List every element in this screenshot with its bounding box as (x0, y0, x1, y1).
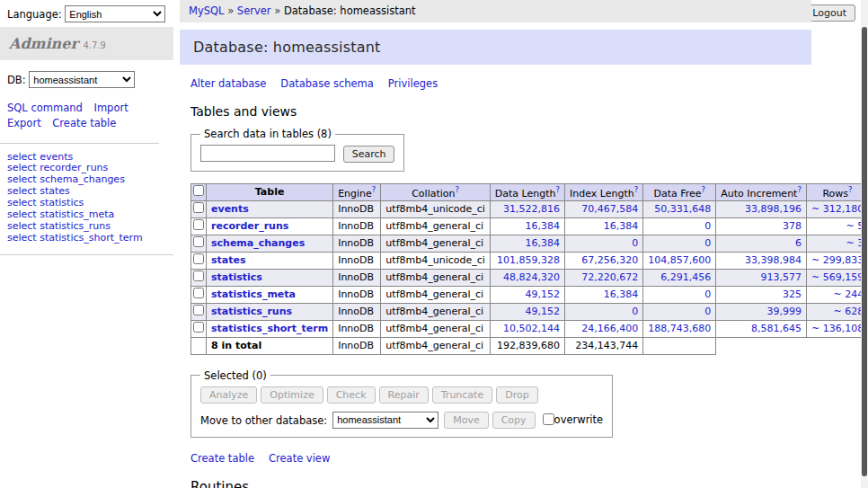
index-length-cell[interactable]: 67,256,320 (565, 252, 643, 269)
index-length-cell[interactable]: 72,220,672 (565, 269, 643, 286)
help-icon[interactable]: ? (456, 185, 460, 194)
index-length-cell[interactable]: 16,384 (565, 286, 643, 303)
row-checkbox[interactable] (193, 253, 204, 264)
adminer-logo-link[interactable]: Adminer (9, 35, 78, 52)
index-length-cell[interactable]: 0 (565, 303, 643, 320)
search-button[interactable]: Search (343, 146, 395, 163)
sidebar-link-select-statistics[interactable]: select statistics (7, 197, 84, 209)
copy-button[interactable]: Copy (492, 412, 536, 429)
row-checkbox[interactable] (193, 219, 204, 230)
help-icon[interactable]: ? (556, 185, 561, 194)
data-free-cell[interactable]: 0 (643, 235, 716, 252)
sidebar-link-select-states[interactable]: select states (7, 185, 70, 197)
table-name-link[interactable]: statistics_short_term (211, 323, 328, 334)
rows-cell[interactable]: ~ 569,159 (806, 269, 868, 286)
help-icon[interactable]: ? (702, 185, 706, 194)
row-checkbox[interactable] (193, 202, 204, 213)
search-input[interactable] (200, 145, 335, 162)
repair-button[interactable]: Repair (379, 386, 429, 404)
table-name-link[interactable]: schema_changes (211, 237, 305, 249)
row-checkbox[interactable] (193, 305, 204, 315)
check-button[interactable]: Check (327, 386, 376, 404)
row-checkbox[interactable] (193, 322, 204, 333)
data-length-cell[interactable]: 101,859,328 (490, 252, 564, 269)
sidebar-action-import[interactable]: Import (93, 102, 128, 114)
auto-increment-cell[interactable]: 913,577 (716, 269, 807, 286)
move-db-select[interactable]: homeassistant (332, 412, 438, 429)
data-length-cell[interactable]: 31,522,816 (490, 200, 564, 217)
data-free-cell[interactable]: 50,331,648 (643, 200, 716, 217)
create-table-link[interactable]: Create table (190, 452, 254, 465)
auto-increment-cell[interactable]: 378 (716, 217, 807, 235)
index-length-cell[interactable]: 24,166,400 (565, 320, 643, 337)
drop-button[interactable]: Drop (496, 386, 537, 404)
data-free-cell[interactable]: 188,743,680 (643, 320, 716, 337)
auto-increment-cell[interactable]: 8,581,645 (716, 320, 807, 337)
auto-increment-cell[interactable]: 33,898,196 (716, 200, 807, 217)
language-select[interactable]: English (65, 5, 165, 22)
truncate-button[interactable]: Truncate (432, 386, 492, 404)
help-icon[interactable]: ? (634, 185, 639, 194)
row-checkbox[interactable] (193, 236, 204, 247)
rows-cell[interactable]: ~ 244 (806, 286, 868, 303)
index-length-cell[interactable]: 0 (565, 235, 643, 252)
data-length-cell[interactable]: 49,152 (490, 286, 564, 303)
rows-cell[interactable]: ~ 628 (806, 303, 868, 320)
index-length-cell[interactable]: 70,467,584 (565, 200, 643, 217)
sidebar-link-select-statistics_meta[interactable]: select statistics_meta (7, 209, 114, 220)
rows-cell[interactable]: ~ 136,108 (806, 320, 868, 337)
scrollbar-thumb[interactable] (862, 27, 867, 476)
auto-increment-cell[interactable]: 33,398,984 (716, 252, 807, 269)
data-free-cell[interactable]: 0 (643, 303, 716, 320)
database-schema-link[interactable]: Database schema (280, 77, 373, 90)
rows-cell[interactable]: ~ 5 (806, 217, 868, 235)
auto-increment-cell[interactable]: 325 (716, 286, 807, 303)
help-icon[interactable]: ? (372, 185, 376, 194)
sidebar-link-select-statistics_runs[interactable]: select statistics_runs (7, 220, 111, 232)
db-select[interactable]: homeassistant (29, 71, 135, 88)
sidebar-action-export[interactable]: Export (7, 117, 41, 129)
create-view-link[interactable]: Create view (269, 452, 330, 465)
data-length-cell[interactable]: 16,384 (490, 235, 564, 252)
table-name-link[interactable]: states (211, 254, 246, 266)
rows-cell[interactable]: ~ 299,833 (806, 252, 868, 269)
auto-increment-cell[interactable]: 6 (716, 235, 807, 252)
index-length-cell[interactable]: 16,384 (565, 217, 643, 235)
sidebar-link-select-events[interactable]: select events (7, 151, 73, 163)
analyze-button[interactable]: Analyze (200, 386, 257, 404)
move-button[interactable]: Move (444, 412, 489, 429)
data-length-cell[interactable]: 49,152 (490, 303, 564, 320)
optimize-button[interactable]: Optimize (261, 386, 323, 404)
table-name-link[interactable]: statistics_runs (211, 306, 292, 317)
table-name-link[interactable]: recorder_runs (211, 220, 288, 232)
auto-increment-cell[interactable]: 39,999 (716, 303, 807, 320)
help-icon[interactable]: ? (848, 185, 853, 194)
data-length-cell[interactable]: 10,502,144 (490, 320, 564, 337)
overwrite-checkbox[interactable] (543, 413, 554, 425)
sidebar-action-create-table[interactable]: Create table (52, 117, 116, 129)
rows-cell[interactable]: ~ 3 (806, 235, 868, 252)
sidebar-link-select-schema_changes[interactable]: select schema_changes (7, 173, 125, 185)
data-free-cell[interactable]: 0 (643, 286, 716, 303)
rows-cell[interactable]: ~ 312,180 (806, 200, 868, 217)
alter-database-link[interactable]: Alter database (190, 77, 266, 90)
vertical-scrollbar[interactable] (861, 0, 868, 488)
row-checkbox[interactable] (193, 288, 204, 298)
data-free-cell[interactable]: 104,857,600 (643, 252, 716, 269)
breadcrumb-link-mysql[interactable]: MySQL (189, 4, 225, 17)
data-length-cell[interactable]: 16,384 (490, 217, 564, 235)
sidebar-link-select-recorder_runs[interactable]: select recorder_runs (7, 162, 108, 173)
breadcrumb-link-server[interactable]: Server (237, 4, 271, 17)
data-free-cell[interactable]: 6,291,456 (643, 269, 716, 286)
help-icon[interactable]: ? (797, 185, 802, 194)
table-name-link[interactable]: statistics (211, 271, 262, 283)
sidebar-action-sql-command[interactable]: SQL command (7, 102, 83, 114)
sidebar-link-select-statistics_short_term[interactable]: select statistics_short_term (7, 232, 143, 244)
select-all-checkbox[interactable] (193, 185, 204, 196)
data-length-cell[interactable]: 48,824,320 (490, 269, 564, 286)
data-free-cell[interactable]: 0 (643, 217, 716, 235)
privileges-link[interactable]: Privileges (388, 77, 438, 90)
row-checkbox[interactable] (193, 271, 204, 281)
table-name-link[interactable]: events (211, 203, 249, 215)
table-name-link[interactable]: statistics_meta (211, 288, 296, 300)
